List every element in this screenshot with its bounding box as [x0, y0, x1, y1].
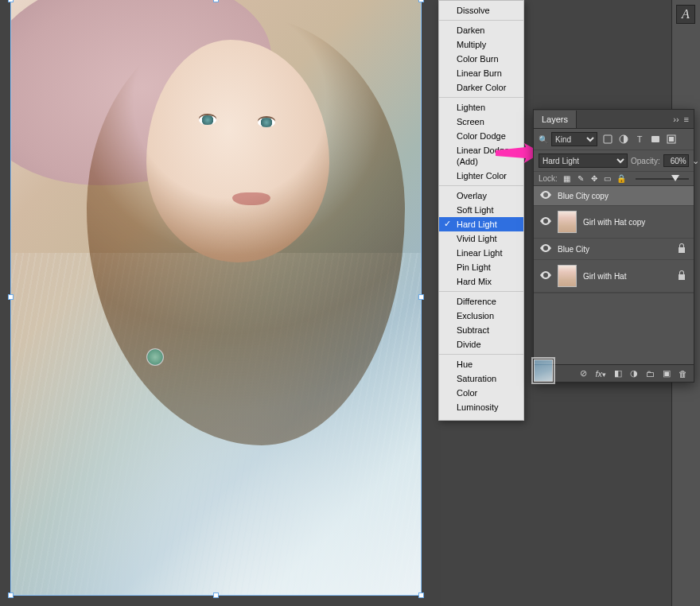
fx-icon[interactable]: fx▾ — [595, 369, 606, 379]
layer-thumbnail[interactable] — [534, 359, 553, 382]
lock-pixels-icon[interactable]: ✎ — [576, 174, 585, 183]
lock-all-icon[interactable]: 🔒 — [616, 174, 626, 183]
canvas-area[interactable] — [0, 0, 441, 606]
filter-type-icon[interactable]: T — [634, 134, 645, 145]
fill-slider[interactable] — [636, 175, 689, 183]
visibility-toggle-icon[interactable] — [540, 217, 551, 227]
blend-mode-option[interactable]: Color Dodge — [439, 129, 523, 143]
type-tool-label: A — [682, 7, 690, 21]
blend-mode-option[interactable]: Difference — [439, 294, 523, 309]
lock-label: Lock: — [539, 174, 558, 183]
layers-panel-footer: ⊘ fx▾ ◧ ◑ 🗀 ▣ 🗑 — [534, 364, 694, 382]
filter-kind-select[interactable]: Kind — [551, 132, 597, 146]
layers-panel[interactable]: Layers ›› ≡ 🔍 Kind T Hard Light Opacity:… — [533, 109, 694, 383]
layer-thumbnail[interactable] — [558, 265, 577, 287]
ring — [146, 348, 164, 366]
blend-mode-option[interactable]: Pin Light — [439, 260, 523, 274]
blend-mode-option[interactable]: Lighten — [439, 100, 523, 115]
blend-mode-option[interactable]: Hard Light — [439, 217, 523, 231]
panel-empty-space — [534, 293, 694, 364]
visibility-toggle-icon[interactable] — [540, 271, 551, 281]
blend-mode-option[interactable]: Luminosity — [439, 400, 523, 414]
lock-icon — [678, 243, 687, 254]
blend-mode-option[interactable]: Multiply — [439, 37, 523, 52]
layer-row[interactable]: Girl with Hat copy — [534, 206, 694, 239]
blend-mode-option[interactable]: Dissolve — [439, 3, 523, 17]
blend-mode-option[interactable]: Lighter Color — [439, 169, 523, 183]
blend-mode-option[interactable]: Linear Light — [439, 246, 523, 260]
filter-smart-icon[interactable] — [666, 134, 677, 145]
link-layers-icon[interactable]: ⊘ — [580, 368, 587, 379]
opacity-value-input[interactable] — [663, 154, 689, 167]
type-tool-icon[interactable]: A — [676, 5, 695, 24]
layer-row[interactable]: Blue City copy — [534, 186, 694, 206]
blend-mode-option[interactable]: Color Burn — [439, 52, 523, 66]
blend-mode-option[interactable]: Subtract — [439, 323, 523, 337]
blend-mode-option[interactable]: Linear Dodge (Add) — [439, 143, 523, 169]
svg-rect-2 — [651, 136, 659, 142]
blend-mode-option[interactable]: Overlay — [439, 188, 523, 203]
lock-transparent-icon[interactable]: ▦ — [562, 174, 572, 183]
blend-mode-dropdown[interactable]: DissolveDarkenMultiplyColor BurnLinear B… — [438, 0, 524, 421]
layer-thumbnail[interactable] — [558, 211, 577, 233]
blend-mode-option[interactable]: Linear Burn — [439, 66, 523, 80]
document-artboard[interactable] — [11, 0, 421, 595]
layer-name[interactable]: Blue City copy — [558, 192, 671, 200]
blend-mode-option[interactable]: Soft Light — [439, 203, 523, 217]
layer-list: Blue City copyGirl with Hat copyBlue Cit… — [534, 186, 694, 293]
blend-mode-option[interactable]: Color — [439, 386, 523, 400]
layer-filter-row: 🔍 Kind T — [534, 129, 694, 150]
layers-tab[interactable]: Layers — [534, 111, 577, 128]
blend-mode-option[interactable]: Screen — [439, 115, 523, 129]
group-icon[interactable]: 🗀 — [646, 369, 655, 379]
filter-pixel-icon[interactable] — [602, 134, 613, 145]
blend-opacity-row: Hard Light Opacity: ⌄ — [534, 150, 694, 172]
blend-mode-option[interactable]: Divide — [439, 337, 523, 352]
layer-name[interactable]: Girl with Hat copy — [583, 218, 671, 227]
opacity-label: Opacity: — [631, 157, 660, 165]
layer-name[interactable]: Girl with Hat — [583, 272, 671, 281]
svg-rect-4 — [669, 137, 674, 142]
blend-mode-option[interactable]: Exclusion — [439, 309, 523, 323]
panel-collapse-icon[interactable]: ›› — [673, 115, 679, 124]
visibility-toggle-icon[interactable] — [540, 244, 551, 254]
blend-mode-option[interactable]: Hue — [439, 357, 523, 371]
lock-icon — [678, 270, 687, 282]
layer-blend-mode-select[interactable]: Hard Light — [539, 153, 628, 168]
delete-layer-icon[interactable]: 🗑 — [679, 369, 687, 379]
filter-shape-icon[interactable] — [650, 134, 661, 145]
filter-adjust-icon[interactable] — [618, 134, 629, 145]
svg-rect-0 — [604, 135, 612, 143]
blend-mode-option[interactable]: Vivid Light — [439, 231, 523, 246]
blend-mode-option[interactable]: Darker Color — [439, 80, 523, 95]
panel-tabbar: Layers ›› ≡ — [534, 110, 694, 129]
adjustment-layer-icon[interactable]: ◑ — [630, 368, 638, 379]
layer-name[interactable]: Blue City — [558, 245, 671, 254]
opacity-dropdown-chevron-icon[interactable]: ⌄ — [692, 156, 699, 166]
mask-icon[interactable]: ◧ — [614, 368, 622, 379]
layer-row[interactable]: Girl with Hat — [534, 260, 694, 293]
layer-row[interactable]: Blue City — [534, 239, 694, 260]
blend-mode-option[interactable]: Saturation — [439, 371, 523, 386]
blend-mode-option[interactable]: Hard Mix — [439, 274, 523, 289]
blend-mode-option[interactable]: Darken — [439, 23, 523, 37]
new-layer-icon[interactable]: ▣ — [663, 368, 671, 379]
visibility-toggle-icon[interactable] — [540, 191, 551, 200]
lock-position-icon[interactable]: ✥ — [589, 174, 599, 183]
panel-menu-icon[interactable]: ≡ — [684, 115, 689, 124]
lock-artboard-icon[interactable]: ▭ — [603, 174, 612, 183]
lock-fill-row: Lock: ▦ ✎ ✥ ▭ 🔒 — [534, 172, 694, 186]
